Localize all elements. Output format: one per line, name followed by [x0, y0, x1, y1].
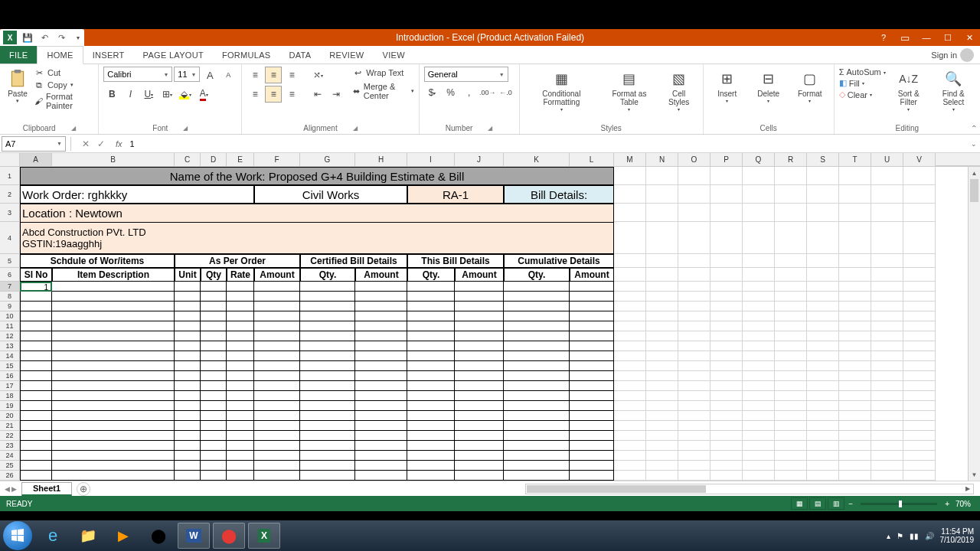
col-header-b[interactable]: B	[52, 153, 175, 166]
cell-r10-c5[interactable]	[254, 311, 300, 321]
cell-r8-c10[interactable]	[504, 292, 570, 302]
cell-r7-c8[interactable]	[407, 282, 455, 292]
cell-r13-c11[interactable]	[570, 341, 614, 351]
zoom-slider[interactable]	[861, 503, 937, 505]
cell-r11-c2[interactable]	[175, 321, 201, 331]
cell-r8-c0[interactable]	[20, 292, 52, 302]
cell-r16-c11[interactable]	[570, 371, 614, 381]
cell-r13-c7[interactable]	[355, 341, 407, 351]
font-size-select[interactable]: 11▼	[174, 67, 200, 82]
row-header-9[interactable]: 9	[0, 302, 20, 311]
cell-r14-c9[interactable]	[455, 351, 504, 361]
taskbar-word[interactable]: W	[178, 523, 210, 549]
taskbar-mediaplayer[interactable]: ▶	[107, 523, 139, 549]
format-painter-button[interactable]: 🖌Format Painter	[34, 91, 93, 111]
cell-r7-c6[interactable]	[300, 282, 355, 292]
paste-button[interactable]: Paste▾	[5, 67, 31, 106]
cell-r15-c4[interactable]	[227, 361, 254, 371]
cell-r9-c8[interactable]	[407, 302, 455, 311]
tray-flag-icon[interactable]: ⚑	[897, 532, 903, 540]
cell-r24-c3[interactable]	[201, 451, 227, 461]
cell-r14-c6[interactable]	[300, 351, 355, 361]
cell-r24-c2[interactable]	[175, 451, 201, 461]
cell-r24-c4[interactable]	[227, 451, 254, 461]
cell-r20-c9[interactable]	[455, 411, 504, 421]
cell-r10-c2[interactable]	[175, 311, 201, 321]
cell-r22-c10[interactable]	[504, 431, 570, 441]
cell-r10-c0[interactable]	[20, 311, 52, 321]
cell-r16-c0[interactable]	[20, 371, 52, 381]
cell-r18-c4[interactable]	[227, 391, 254, 401]
cell-r7-c3[interactable]	[201, 282, 227, 292]
start-button[interactable]	[3, 521, 32, 550]
cut-button[interactable]: ✂Cut	[34, 67, 93, 79]
cell-r18-c11[interactable]	[570, 391, 614, 401]
cell-r19-c8[interactable]	[407, 401, 455, 411]
tab-file[interactable]: FILE	[0, 46, 37, 64]
cell-r17-c8[interactable]	[407, 381, 455, 391]
cell-r13-c10[interactable]	[504, 341, 570, 351]
cell-r10-c11[interactable]	[570, 311, 614, 321]
col-header-d[interactable]: D	[201, 153, 227, 166]
cell-r11-c1[interactable]	[52, 321, 175, 331]
col-header-p[interactable]: P	[710, 153, 743, 166]
cell-r9-c4[interactable]	[227, 302, 254, 311]
cell-r20-c2[interactable]	[175, 411, 201, 421]
cell-r26-c2[interactable]	[175, 471, 201, 481]
cell-r11-c11[interactable]	[570, 321, 614, 331]
cell-r16-c2[interactable]	[175, 371, 201, 381]
cell-r26-c1[interactable]	[52, 471, 175, 481]
cell-r21-c3[interactable]	[201, 421, 227, 431]
cell-r10-c7[interactable]	[355, 311, 407, 321]
cell-r15-c10[interactable]	[504, 361, 570, 371]
row-header-7[interactable]: 7	[0, 282, 20, 292]
cell-r7-c5[interactable]	[254, 282, 300, 292]
align-bottom-icon[interactable]: ≡	[283, 67, 300, 83]
number-format-select[interactable]: General▼	[424, 67, 508, 82]
cell-r20-c0[interactable]	[20, 411, 52, 421]
format-as-table-button[interactable]: ▤Format as Table▾	[602, 67, 657, 113]
insert-cells-button[interactable]: ⊞Insert▾	[708, 67, 746, 105]
cell-r25-c2[interactable]	[175, 461, 201, 471]
view-normal-icon[interactable]: ▦	[791, 497, 808, 510]
row-header-26[interactable]: 26	[0, 471, 20, 481]
cell-r26-c10[interactable]	[504, 471, 570, 481]
col-header-c[interactable]: C	[175, 153, 201, 166]
cell-r14-c0[interactable]	[20, 351, 52, 361]
cell-r10-c3[interactable]	[201, 311, 227, 321]
cell-r12-c4[interactable]	[227, 331, 254, 341]
add-sheet-button[interactable]: ⊕	[77, 482, 90, 496]
wrap-text-button[interactable]: ↩Wrap Text	[352, 67, 413, 79]
cell-r13-c4[interactable]	[227, 341, 254, 351]
col-header-u[interactable]: U	[871, 153, 903, 166]
cell-ra[interactable]: RA-1	[407, 185, 504, 204]
tray-clock[interactable]: 11:54 PM 7/10/2019	[940, 527, 975, 544]
row-header-3[interactable]: 3	[0, 204, 20, 222]
cell-r18-c8[interactable]	[407, 391, 455, 401]
cell-r7-c1[interactable]	[52, 282, 175, 292]
cell-r25-c1[interactable]	[52, 461, 175, 471]
align-right-icon[interactable]: ≡	[283, 86, 300, 103]
cell-r25-c7[interactable]	[355, 461, 407, 471]
increase-decimal-icon[interactable]: .00→	[479, 84, 496, 101]
row-header-6[interactable]: 6	[0, 268, 20, 282]
maximize-icon[interactable]: ☐	[937, 30, 959, 45]
tray-show-hidden-icon[interactable]: ▴	[887, 532, 890, 540]
col-header-l[interactable]: L	[570, 153, 614, 166]
row-header-17[interactable]: 17	[0, 381, 20, 391]
cell-r12-c7[interactable]	[355, 331, 407, 341]
cell-r20-c10[interactable]	[504, 411, 570, 421]
cell-r19-c5[interactable]	[254, 401, 300, 411]
cell-r13-c1[interactable]	[52, 341, 175, 351]
copy-button[interactable]: ⧉Copy▾	[34, 79, 93, 91]
cell-r18-c9[interactable]	[455, 391, 504, 401]
cancel-formula-icon[interactable]: ✕	[79, 139, 93, 149]
formula-input[interactable]: 1	[126, 139, 968, 148]
cell-r22-c0[interactable]	[20, 431, 52, 441]
help-icon[interactable]: ?	[873, 30, 894, 45]
cell-r20-c8[interactable]	[407, 411, 455, 421]
cell-r8-c9[interactable]	[455, 292, 504, 302]
scroll-down-icon[interactable]: ▼	[969, 468, 980, 481]
cell-r8-c8[interactable]	[407, 292, 455, 302]
cell-r19-c2[interactable]	[175, 401, 201, 411]
